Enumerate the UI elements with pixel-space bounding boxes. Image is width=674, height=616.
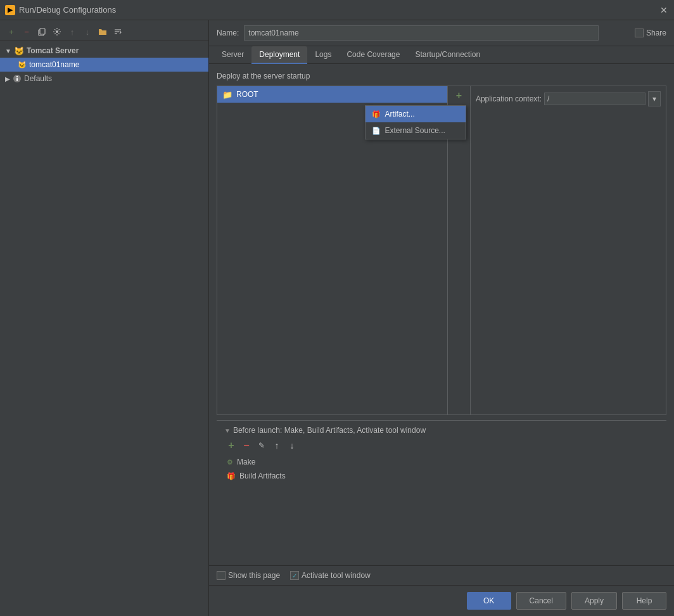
defaults-icon xyxy=(13,74,22,83)
name-bar: Name: Share xyxy=(209,20,674,46)
close-button[interactable]: ✕ xyxy=(659,5,669,15)
remove-launch-button[interactable]: − xyxy=(239,439,253,452)
build-label: Build Artifacts xyxy=(239,472,286,480)
expand-arrow: ▼ xyxy=(5,48,11,55)
sidebar-item-tomcat01name[interactable]: 🐱 tomcat01name xyxy=(0,58,208,72)
add-config-button[interactable]: + xyxy=(5,25,18,38)
help-button[interactable]: Help xyxy=(622,592,666,610)
show-page-label: Show this page xyxy=(228,571,280,580)
dropdown-external-source[interactable]: 📄 External Source... xyxy=(366,122,466,139)
action-buttons: OK Cancel Apply Help xyxy=(209,585,674,616)
svg-rect-1 xyxy=(40,29,45,34)
app-context-dropdown-button[interactable]: ▾ xyxy=(648,91,661,106)
move-down-launch-button[interactable]: ↓ xyxy=(285,439,299,452)
deploy-label: Deploy at the server startup xyxy=(217,72,666,80)
make-label: Make xyxy=(237,458,255,466)
before-launch-label: Before launch: Make, Build Artifacts, Ac… xyxy=(233,426,426,435)
name-input[interactable] xyxy=(244,25,599,41)
before-launch-arrow[interactable]: ▼ xyxy=(224,427,231,434)
move-up-button[interactable]: ↑ xyxy=(66,25,79,38)
apply-button[interactable]: Apply xyxy=(571,592,617,610)
ok-button[interactable]: OK xyxy=(467,592,511,610)
add-deploy-button-area: + 🎁 Artifact... 📄 External Source... xyxy=(452,89,466,103)
move-down-button[interactable]: ↓ xyxy=(81,25,94,38)
share-checkbox[interactable] xyxy=(635,29,644,37)
external-source-label: External Source... xyxy=(385,126,445,135)
share-label: Share xyxy=(646,29,666,37)
cancel-button[interactable]: Cancel xyxy=(516,592,566,610)
sidebar-toolbar: + − ↑ ↓ xyxy=(0,23,208,41)
add-launch-button[interactable]: + xyxy=(224,439,238,452)
config-icon: 🐱 xyxy=(18,61,27,69)
activate-window-checkbox[interactable] xyxy=(290,571,299,580)
footer-options: Show this page Activate tool window xyxy=(209,565,674,585)
launch-item-make[interactable]: ⚙ Make xyxy=(224,455,659,469)
content-area: Name: Share Server Deployment Logs Code … xyxy=(209,20,674,616)
folder-button[interactable] xyxy=(96,25,109,38)
move-up-launch-button[interactable]: ↑ xyxy=(270,439,284,452)
edit-launch-button[interactable]: ✎ xyxy=(255,439,269,452)
deploy-panel: 📁 ROOT + 🎁 Artifact... xyxy=(217,86,666,415)
tomcat-server-icon: 🐱 xyxy=(14,46,24,56)
make-icon: ⚙ xyxy=(227,458,233,466)
before-launch-header: ▼ Before launch: Make, Build Artifacts, … xyxy=(224,426,659,435)
show-page-checkbox[interactable] xyxy=(217,571,226,580)
deployment-panel: Deploy at the server startup 📁 ROOT + xyxy=(209,64,674,565)
dropdown-artifact[interactable]: 🎁 Artifact... xyxy=(366,106,466,122)
deploy-item-root[interactable]: 📁 ROOT xyxy=(217,86,447,103)
add-dropdown-menu: 🎁 Artifact... 📄 External Source... xyxy=(365,105,466,139)
name-label: Name: xyxy=(217,29,239,37)
title-bar: ▶ Run/Debug Configurations ✕ xyxy=(0,0,674,20)
tab-server[interactable]: Server xyxy=(214,46,251,64)
activate-window-area: Activate tool window xyxy=(290,571,371,580)
sidebar-item-defaults[interactable]: ▶ Defaults xyxy=(0,72,208,86)
deploy-controls: + 🎁 Artifact... 📄 External Source... xyxy=(447,86,470,414)
show-page-area: Show this page xyxy=(217,571,280,580)
svg-point-7 xyxy=(16,76,18,77)
tab-deployment[interactable]: Deployment xyxy=(251,46,307,64)
sort-button[interactable] xyxy=(111,25,124,38)
sidebar: + − ↑ ↓ xyxy=(0,20,209,616)
app-context-area: Application context: ▾ xyxy=(470,86,666,414)
artifact-label: Artifact... xyxy=(385,110,414,119)
tab-startup-connection[interactable]: Startup/Connection xyxy=(407,46,488,64)
add-deploy-button[interactable]: + xyxy=(452,89,466,103)
config-name: tomcat01name xyxy=(29,60,79,69)
settings-button[interactable] xyxy=(51,25,63,38)
app-icon: ▶ xyxy=(5,5,15,15)
tabs-bar: Server Deployment Logs Code Coverage Sta… xyxy=(209,46,674,64)
before-launch-toolbar: + − ✎ ↑ ↓ xyxy=(224,439,659,452)
tab-code-coverage[interactable]: Code Coverage xyxy=(339,46,407,64)
tomcat-server-label: Tomcat Server xyxy=(27,46,79,55)
remove-config-button[interactable]: − xyxy=(20,25,33,38)
app-context-label: Application context: xyxy=(476,94,542,103)
copy-config-button[interactable] xyxy=(35,25,48,38)
app-context-input[interactable] xyxy=(544,93,645,105)
defaults-label: Defaults xyxy=(24,74,52,83)
artifact-icon: 🎁 xyxy=(372,110,381,119)
before-launch-section: ▼ Before launch: Make, Build Artifacts, … xyxy=(217,420,666,488)
svg-rect-8 xyxy=(16,78,18,81)
defaults-arrow: ▶ xyxy=(5,75,10,82)
window-title: Run/Debug Configurations xyxy=(19,5,116,15)
launch-item-build-artifacts[interactable]: 🎁 Build Artifacts xyxy=(224,469,659,483)
svg-point-2 xyxy=(56,30,58,33)
share-area: Share xyxy=(635,29,666,37)
folder-icon: 📁 xyxy=(222,90,232,99)
activate-window-label: Activate tool window xyxy=(302,571,371,580)
deploy-item-name: ROOT xyxy=(236,90,258,99)
tab-logs[interactable]: Logs xyxy=(307,46,339,64)
main-container: + − ↑ ↓ xyxy=(0,20,674,616)
tomcat-server-group[interactable]: ▼ 🐱 Tomcat Server xyxy=(0,44,208,58)
build-icon: 🎁 xyxy=(227,472,236,480)
external-source-icon: 📄 xyxy=(372,127,381,135)
